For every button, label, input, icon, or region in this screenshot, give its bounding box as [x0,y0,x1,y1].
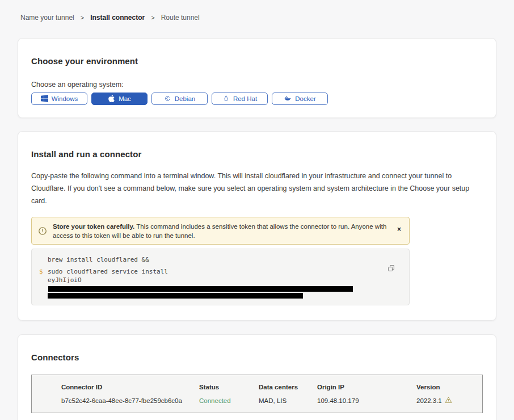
breadcrumb: Name your tunnel > Install connector > R… [18,0,496,22]
os-button-docker[interactable]: Docker [272,93,328,105]
os-button-mac[interactable]: Mac [91,93,148,105]
connector-id-value: b7c52c42-6caa-48ee-8c77-fbe259cb6c0a [61,397,199,404]
debian-icon [164,95,171,103]
apple-icon [108,95,115,103]
version-number: 2022.3.1 [416,397,442,404]
environment-card-title: Choose your environment [31,51,483,66]
copy-icon[interactable] [387,264,395,274]
breadcrumb-step-install-connector[interactable]: Install connector [90,14,145,22]
connectors-table: Connector ID Status Data centers Origin … [31,375,483,413]
token-warning-banner: Store your token carefully. This command… [31,217,410,245]
connectors-table-header: Connector ID Status Data centers Origin … [32,384,482,390]
connectors-card: Connectors Connector ID Status Data cent… [18,334,496,420]
redacted-token-bar-1 [48,286,353,292]
code-line-token: eyJhIjoiO [48,276,386,293]
redacted-token-bar-2 [48,293,303,299]
token-prefix: eyJhIjoiO [48,276,82,284]
os-button-label: Mac [119,95,131,102]
breadcrumb-separator: > [151,14,154,21]
install-command-codeblock: brew install cloudflared && $ sudo cloud… [31,249,410,305]
install-card-title: Install and run a connector [31,144,483,159]
os-button-windows[interactable]: Windows [31,93,87,105]
os-button-label: Windows [52,95,78,102]
column-status: Status [199,384,259,390]
choose-environment-card: Choose your environment Choose an operat… [18,38,496,118]
shell-prompt: $ [39,267,43,276]
tunnel-setup-page: Name your tunnel > Install connector > R… [0,0,514,420]
docker-icon [284,95,292,103]
windows-icon [41,95,48,103]
install-connector-card: Install and run a connector Copy-paste t… [18,131,496,321]
status-badge: Connected [199,397,259,404]
code-line-sudo: sudo cloudflared service install [48,267,386,276]
install-card-description: Copy-paste the following command into a … [31,170,483,207]
table-row: b7c52c42-6caa-48ee-8c77-fbe259cb6c0a Con… [32,396,482,405]
os-button-redhat[interactable]: Red Hat [212,93,268,105]
column-data-centers: Data centers [259,384,317,390]
connectors-card-title: Connectors [31,347,483,362]
breadcrumb-step-route-tunnel[interactable]: Route tunnel [161,14,200,22]
breadcrumb-separator: > [81,14,84,21]
data-centers-value: MAD, LIS [259,397,317,404]
warning-triangle-icon [445,396,452,405]
os-select-label: Choose an operating system: [31,81,483,89]
token-warning-text: Store your token carefully. This command… [53,221,389,240]
code-line-brew: brew install cloudflared && [48,255,386,264]
alert-circle-icon [38,226,47,238]
os-button-label: Docker [295,95,315,102]
token-warning-title: Store your token carefully. [53,223,134,230]
tux-icon [222,95,230,103]
os-button-label: Red Hat [233,95,257,102]
os-button-label: Debian [175,95,195,102]
close-icon[interactable]: × [397,226,401,233]
os-button-debian[interactable]: Debian [151,93,208,105]
os-button-group: Windows Mac Debian Red Hat [31,93,483,105]
column-connector-id: Connector ID [61,384,199,390]
column-version: Version [416,384,482,390]
origin-ip-value: 109.48.10.179 [317,397,416,404]
breadcrumb-step-name-your-tunnel[interactable]: Name your tunnel [20,14,74,22]
column-origin-ip: Origin IP [317,384,416,390]
version-value: 2022.3.1 [416,396,482,405]
